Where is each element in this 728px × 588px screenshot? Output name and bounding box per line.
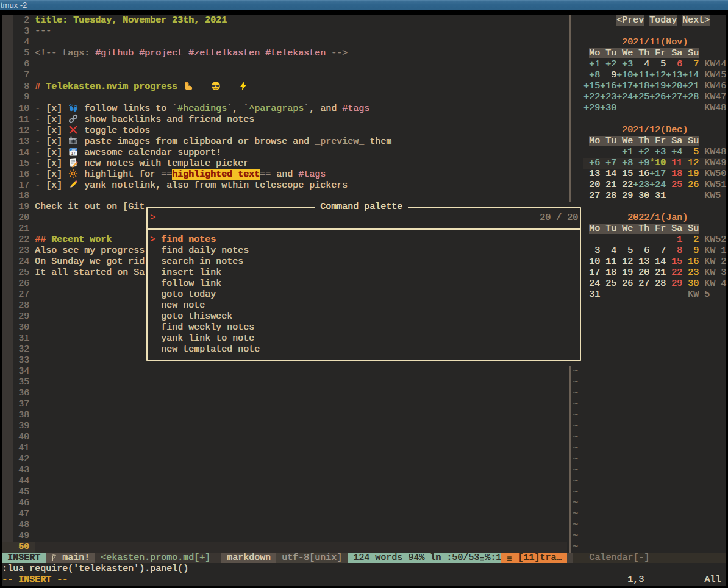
svg-text:July: July <box>71 149 76 151</box>
svg-text:17: 17 <box>71 151 76 155</box>
